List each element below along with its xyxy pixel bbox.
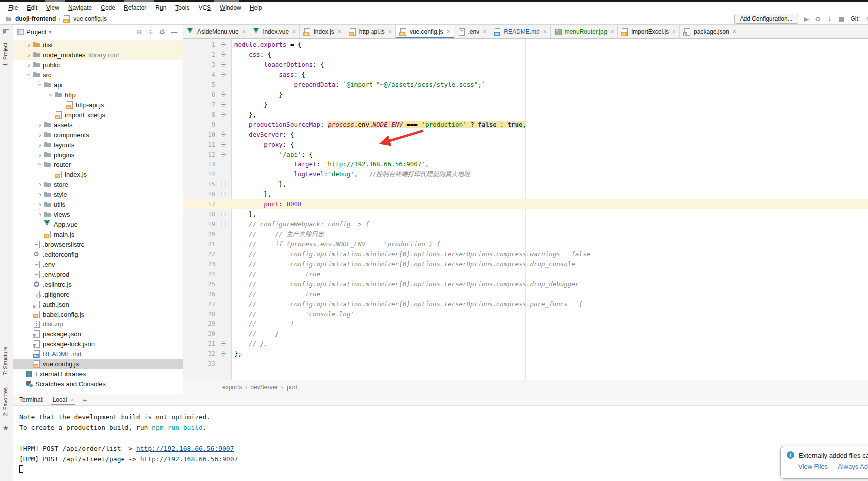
always-add-link[interactable]: Always Add bbox=[838, 463, 868, 470]
terminal-tab-local[interactable]: Local × bbox=[48, 395, 76, 405]
fold-start-icon[interactable] bbox=[221, 72, 226, 77]
code-line[interactable]: 29 // ] bbox=[183, 319, 868, 329]
menu-view[interactable]: View bbox=[42, 4, 64, 11]
tree-item-eslintrc-js[interactable]: .eslintrc.js bbox=[13, 279, 183, 289]
code-line[interactable]: 19 // configureWebpack: config => { bbox=[183, 219, 868, 229]
breadcrumb-devserver[interactable]: devServer bbox=[250, 384, 278, 391]
close-icon[interactable]: × bbox=[610, 28, 614, 35]
close-icon[interactable]: × bbox=[242, 28, 246, 35]
editor-tab-env[interactable]: .env× bbox=[454, 25, 491, 38]
menu-navigate[interactable]: Navigate bbox=[64, 4, 96, 11]
chevron-collapsed-icon[interactable]: › bbox=[36, 181, 44, 188]
close-icon[interactable]: × bbox=[672, 28, 676, 35]
git-branch-widget[interactable]: Git: bbox=[850, 15, 860, 22]
tree-item-package-json[interactable]: {}package.json bbox=[13, 329, 183, 339]
code-line[interactable]: 18 }, bbox=[183, 209, 868, 219]
fold-end-icon[interactable] bbox=[221, 341, 226, 346]
tree-item-dist[interactable]: ›dist bbox=[13, 40, 183, 50]
tree-item-auth-json[interactable]: {}auth.json bbox=[13, 299, 183, 309]
stripe-favorites-button[interactable]: 2: Favorites bbox=[2, 387, 8, 416]
fold-start-icon[interactable] bbox=[221, 42, 226, 47]
stripe-structure-button[interactable]: 7: Structure bbox=[2, 347, 8, 375]
code-line[interactable]: 26 // true bbox=[183, 289, 868, 299]
terminal-link[interactable]: http://192.168.66.56:9007 bbox=[136, 445, 234, 452]
chevron-expanded-icon[interactable]: › bbox=[26, 71, 33, 79]
menu-help[interactable]: Help bbox=[246, 4, 267, 11]
menu-refactor[interactable]: Refactor bbox=[120, 4, 151, 11]
code-line[interactable]: 25 // config.optimization.minimizer[0].o… bbox=[183, 279, 868, 289]
code-line[interactable]: 14 logLevel:'debug', //控制台终端打印代理前的真实地址 bbox=[183, 169, 868, 179]
editor-tab-menurouter-jpg[interactable]: menuRouter.jpg× bbox=[551, 25, 618, 38]
terminal-output[interactable]: Note that the development build is not o… bbox=[13, 406, 868, 475]
breadcrumb-port[interactable]: port bbox=[287, 384, 297, 391]
tree-item-gitignore[interactable]: .gitignore bbox=[13, 289, 183, 299]
code-line[interactable]: 33 bbox=[183, 359, 868, 369]
code-line[interactable]: 23 // config.optimization.minimizer[0].o… bbox=[183, 259, 868, 269]
chevron-collapsed-icon[interactable]: › bbox=[36, 151, 44, 158]
tree-item-http-api-js[interactable]: JShttp-api.js bbox=[13, 100, 183, 110]
chevron-collapsed-icon[interactable]: › bbox=[36, 141, 44, 148]
fold-start-icon[interactable] bbox=[221, 52, 226, 57]
chevron-collapsed-icon[interactable]: › bbox=[25, 51, 33, 58]
fold-end-icon[interactable] bbox=[221, 182, 226, 186]
panel-settings-icon[interactable]: ⚙ bbox=[159, 28, 165, 36]
hide-panel-icon[interactable]: — bbox=[171, 28, 178, 36]
tree-item-scratches-and-consoles[interactable]: Scratches and Consoles bbox=[13, 379, 183, 389]
chevron-collapsed-icon[interactable]: › bbox=[25, 61, 33, 68]
menu-code[interactable]: Code bbox=[96, 4, 120, 11]
new-terminal-icon[interactable]: + bbox=[83, 396, 87, 404]
tree-item-components[interactable]: ›components bbox=[13, 130, 183, 140]
locate-file-icon[interactable]: ⊕ bbox=[136, 28, 142, 36]
tree-item-app-vue[interactable]: App.vue bbox=[13, 219, 183, 229]
code-line[interactable]: 27 // config.optimization.minimizer[0].o… bbox=[183, 299, 868, 309]
tree-item-store[interactable]: ›store bbox=[13, 179, 183, 189]
view-files-link[interactable]: View Files bbox=[798, 463, 828, 470]
code-line[interactable]: 21 // if (process.env.NODE_ENV === 'prod… bbox=[183, 239, 868, 249]
fold-start-icon[interactable] bbox=[221, 152, 226, 157]
fold-start-icon[interactable] bbox=[221, 222, 226, 226]
fold-end-icon[interactable] bbox=[221, 102, 226, 107]
close-icon[interactable]: × bbox=[388, 28, 392, 35]
project-panel-title[interactable]: Project bbox=[26, 28, 46, 36]
tree-item-style[interactable]: ›style bbox=[13, 189, 183, 199]
code-line[interactable]: 10 devServer: { bbox=[183, 130, 868, 140]
tree-item-env-prod[interactable]: .env.prod bbox=[13, 269, 183, 279]
code-line[interactable]: 11 proxy: { bbox=[183, 140, 868, 150]
editor-tab-index-vue[interactable]: index.vue× bbox=[249, 25, 300, 38]
tool-window-icon[interactable] bbox=[3, 29, 9, 34]
tree-item-layouts[interactable]: ›layouts bbox=[13, 140, 183, 150]
editor-tab-http-api-js[interactable]: JShttp-api.js× bbox=[345, 25, 396, 38]
fold-start-icon[interactable] bbox=[221, 62, 226, 67]
code-line[interactable]: 16 }, bbox=[183, 189, 868, 199]
tree-item-dist-zip[interactable]: dist.zip bbox=[13, 319, 183, 329]
tree-item-public[interactable]: ›public bbox=[13, 60, 183, 70]
breadcrumb-file[interactable]: vue.config.js bbox=[73, 15, 107, 22]
tree-item-babel-config-js[interactable]: JSbabel.config.js bbox=[13, 309, 183, 319]
tree-item-main-js[interactable]: JSmain.js bbox=[13, 229, 183, 239]
code-line[interactable]: 7 } bbox=[183, 100, 868, 110]
tree-item-views[interactable]: ›views bbox=[13, 209, 183, 219]
chevron-collapsed-icon[interactable]: › bbox=[36, 211, 44, 218]
menu-run[interactable]: Run bbox=[151, 4, 171, 11]
code-line[interactable]: 1module.exports = { bbox=[183, 40, 868, 50]
editor-tab-importexcel-js[interactable]: JSimportExcel.js× bbox=[618, 25, 680, 38]
tree-item-plugins[interactable]: ›plugins bbox=[13, 150, 183, 160]
menu-tools[interactable]: Tools bbox=[171, 4, 194, 11]
terminal-link[interactable]: http://192.168.66.56:9007 bbox=[140, 455, 238, 463]
chevron-expanded-icon[interactable]: › bbox=[37, 161, 44, 168]
tree-item-browserslistrc[interactable]: .browserslistrc bbox=[13, 239, 183, 249]
tree-item-index-js[interactable]: JSindex.js bbox=[13, 169, 183, 179]
tree-item-env[interactable]: .env bbox=[13, 259, 183, 269]
close-icon[interactable]: × bbox=[543, 28, 547, 35]
code-line[interactable]: 32}; bbox=[183, 349, 868, 359]
editor-tab-readme-md[interactable]: MDREADME.md× bbox=[490, 25, 550, 38]
fold-end-icon[interactable] bbox=[221, 351, 226, 356]
chevron-expanded-icon[interactable]: › bbox=[48, 91, 55, 99]
code-line[interactable]: 5 prependData: `@import "~@/assets/scss/… bbox=[183, 80, 868, 90]
stripe-project-button[interactable]: 1: Project bbox=[2, 43, 8, 66]
update-icon[interactable]: ↓ bbox=[827, 16, 832, 22]
editor-tab-asidemenu-vue[interactable]: AsideMenu.vue× bbox=[183, 25, 249, 38]
favorites-star-icon[interactable]: ★ bbox=[3, 424, 9, 432]
chevron-collapsed-icon[interactable]: › bbox=[36, 201, 44, 208]
menu-vcs[interactable]: VCS bbox=[194, 4, 215, 11]
